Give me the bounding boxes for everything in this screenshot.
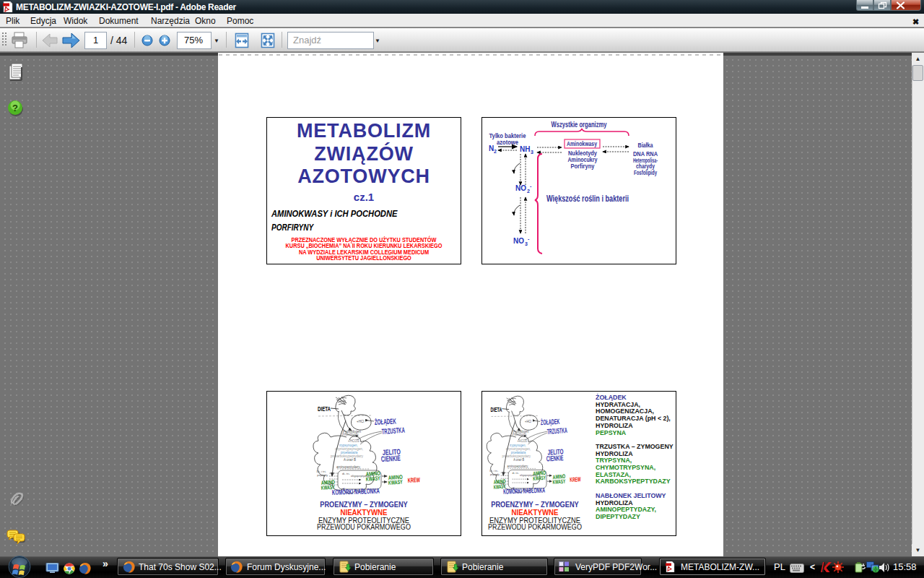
svg-text:2: 2 [527, 189, 530, 194]
svg-text:2: 2 [494, 149, 497, 154]
svg-text:3: 3 [525, 241, 528, 246]
svg-text:Porfiryny: Porfiryny [571, 163, 595, 170]
svg-text:-: - [530, 184, 532, 189]
svg-text:3: 3 [531, 150, 533, 155]
svg-text:Większość roślin i bakterii: Większość roślin i bakterii [546, 194, 629, 204]
svg-text:NH: NH [520, 145, 530, 153]
svg-text:-: - [528, 236, 530, 241]
svg-text:Wszystkie organizmy: Wszystkie organizmy [552, 121, 607, 129]
svg-text:Aminokwasy: Aminokwasy [567, 140, 597, 147]
svg-text:?: ? [12, 103, 18, 113]
svg-text:NO: NO [513, 237, 524, 245]
svg-text:Białka: Białka [638, 142, 654, 149]
svg-text:azotowe: azotowe [497, 138, 518, 146]
svg-text:Fosfolipidy: Fosfolipidy [634, 169, 657, 176]
svg-text:NO: NO [515, 184, 526, 192]
